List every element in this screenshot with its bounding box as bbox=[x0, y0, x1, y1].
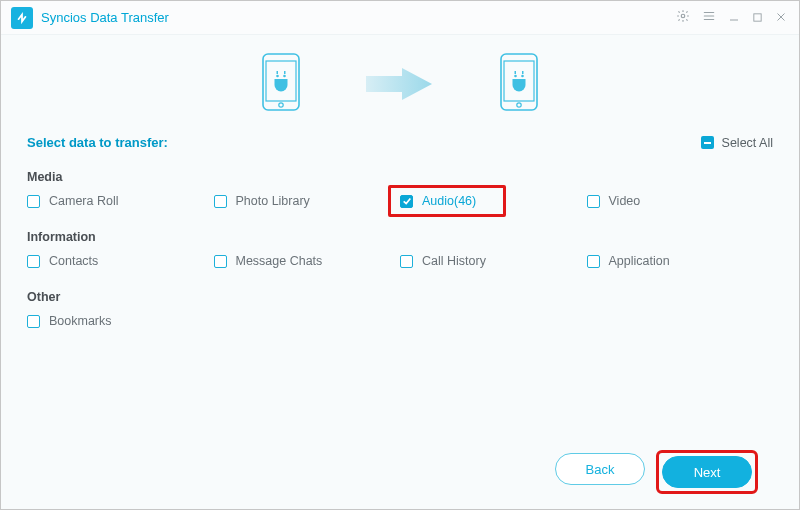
option-label: Audio(46) bbox=[422, 194, 476, 208]
next-button[interactable]: Next bbox=[662, 456, 752, 488]
other-row: Bookmarks bbox=[27, 314, 773, 328]
gear-icon[interactable] bbox=[676, 9, 690, 27]
group-media-label: Media bbox=[27, 170, 773, 184]
prompt-text: Select data to transfer: bbox=[27, 135, 168, 150]
checkbox-icon bbox=[400, 255, 413, 268]
title-left: Syncios Data Transfer bbox=[11, 7, 169, 29]
option-photo-library[interactable]: Photo Library bbox=[214, 194, 401, 208]
svg-point-0 bbox=[681, 14, 685, 18]
svg-point-11 bbox=[276, 75, 279, 78]
select-all-checkbox-icon bbox=[701, 136, 714, 149]
target-phone-icon bbox=[500, 53, 538, 115]
info-row: Contacts Message Chats Call History Appl… bbox=[27, 254, 773, 268]
option-label: Video bbox=[609, 194, 641, 208]
app-window: Syncios Data Transfer bbox=[0, 0, 800, 510]
option-bookmarks[interactable]: Bookmarks bbox=[27, 314, 214, 328]
option-contacts[interactable]: Contacts bbox=[27, 254, 214, 268]
footer: Back Next bbox=[27, 453, 773, 509]
checkbox-icon bbox=[587, 255, 600, 268]
minimize-icon[interactable] bbox=[728, 9, 740, 27]
svg-rect-22 bbox=[522, 71, 524, 74]
group-info-label: Information bbox=[27, 230, 773, 244]
checkbox-icon bbox=[214, 195, 227, 208]
back-button[interactable]: Back bbox=[555, 453, 645, 485]
option-label: Contacts bbox=[49, 254, 98, 268]
devices-row bbox=[27, 45, 773, 129]
svg-point-19 bbox=[514, 75, 517, 78]
svg-rect-14 bbox=[284, 71, 286, 74]
option-call-history[interactable]: Call History bbox=[400, 254, 587, 268]
next-button-wrap: Next bbox=[659, 453, 755, 491]
app-title: Syncios Data Transfer bbox=[41, 10, 169, 25]
option-label: Application bbox=[609, 254, 670, 268]
option-label: Bookmarks bbox=[49, 314, 112, 328]
checkbox-icon bbox=[27, 315, 40, 328]
svg-rect-21 bbox=[515, 71, 517, 74]
option-application[interactable]: Application bbox=[587, 254, 774, 268]
maximize-icon[interactable] bbox=[752, 9, 763, 27]
media-row: Camera Roll Photo Library Audio(46) Vide… bbox=[27, 194, 773, 208]
close-icon[interactable] bbox=[775, 9, 787, 27]
svg-point-18 bbox=[517, 103, 521, 107]
svg-rect-5 bbox=[754, 13, 761, 20]
select-all-toggle[interactable]: Select All bbox=[701, 136, 773, 150]
svg-marker-15 bbox=[366, 68, 432, 100]
app-logo-icon bbox=[11, 7, 33, 29]
option-label: Camera Roll bbox=[49, 194, 118, 208]
svg-point-12 bbox=[283, 75, 286, 78]
option-message-chats[interactable]: Message Chats bbox=[214, 254, 401, 268]
prompt-row: Select data to transfer: Select All bbox=[27, 129, 773, 164]
titlebar: Syncios Data Transfer bbox=[1, 1, 799, 35]
select-all-label: Select All bbox=[722, 136, 773, 150]
checkbox-icon bbox=[27, 255, 40, 268]
window-controls bbox=[676, 9, 787, 27]
checkbox-icon bbox=[27, 195, 40, 208]
option-label: Photo Library bbox=[236, 194, 310, 208]
menu-icon[interactable] bbox=[702, 9, 716, 27]
option-video[interactable]: Video bbox=[587, 194, 774, 208]
option-label: Message Chats bbox=[236, 254, 323, 268]
checkbox-icon bbox=[587, 195, 600, 208]
svg-point-10 bbox=[279, 103, 283, 107]
content-area: Select data to transfer: Select All Medi… bbox=[1, 35, 799, 509]
checkbox-icon bbox=[214, 255, 227, 268]
option-label: Call History bbox=[422, 254, 486, 268]
checkbox-icon bbox=[400, 195, 413, 208]
group-other-label: Other bbox=[27, 290, 773, 304]
next-button-label: Next bbox=[694, 465, 721, 480]
transfer-arrow-icon bbox=[360, 64, 440, 104]
source-phone-icon bbox=[262, 53, 300, 115]
option-camera-roll[interactable]: Camera Roll bbox=[27, 194, 214, 208]
svg-point-20 bbox=[521, 75, 524, 78]
svg-rect-13 bbox=[277, 71, 279, 74]
option-audio[interactable]: Audio(46) bbox=[400, 194, 587, 208]
back-button-label: Back bbox=[586, 462, 615, 477]
